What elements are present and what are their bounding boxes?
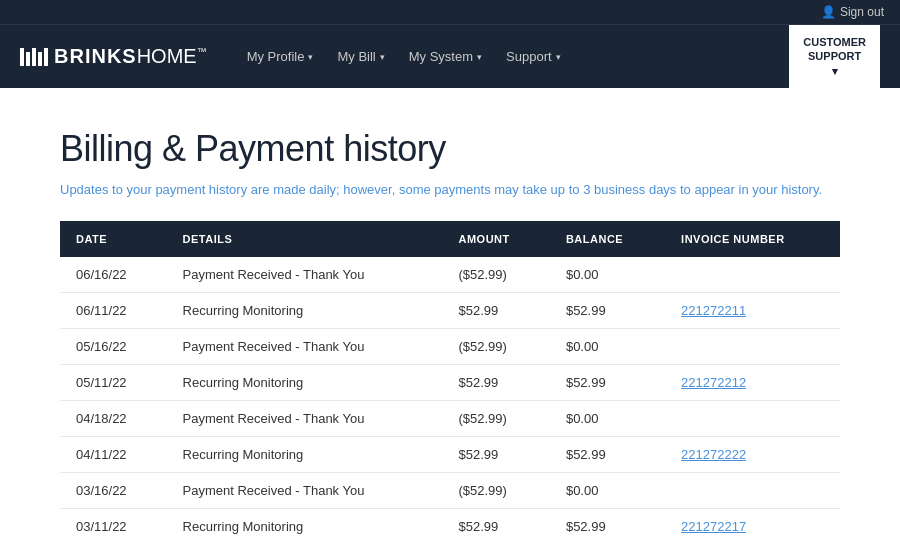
cell-balance: $0.00 [550,401,665,437]
cell-invoice [665,401,840,437]
main-content: Billing & Payment history Updates to you… [0,88,900,550]
col-amount: AMOUNT [442,221,549,257]
logo-home: HOME™ [137,45,207,68]
chevron-down-icon: ▾ [477,52,482,62]
table-row: 04/11/22Recurring Monitoring$52.99$52.99… [60,437,840,473]
nav-my-bill[interactable]: My Bill ▾ [327,41,394,72]
customer-support-line1: CUSTOMER [803,35,866,49]
cell-amount: $52.99 [442,509,549,545]
cell-details: Recurring Monitoring [167,293,443,329]
cell-balance: $52.99 [550,293,665,329]
sign-out-button[interactable]: 👤 Sign out [821,5,884,19]
cell-date: 04/11/22 [60,437,167,473]
logo-bar-4 [38,52,42,66]
table-row: 03/11/22Recurring Monitoring$52.99$52.99… [60,509,840,545]
cell-date: 06/11/22 [60,293,167,329]
table-row: 03/16/22Payment Received - Thank You($52… [60,473,840,509]
cell-details: Payment Received - Thank You [167,401,443,437]
logo-brand: BRINKS [54,45,137,68]
cell-invoice [665,257,840,293]
cell-amount: ($52.99) [442,329,549,365]
table-row: 06/16/22Payment Received - Thank You($52… [60,257,840,293]
invoice-link[interactable]: 221272217 [681,519,746,534]
cell-date: 06/16/22 [60,257,167,293]
cell-date: 04/18/22 [60,401,167,437]
invoice-link[interactable]: 221272211 [681,303,746,318]
chevron-down-icon: ▾ [380,52,385,62]
cell-details: Payment Received - Thank You [167,257,443,293]
cell-invoice[interactable]: 221272212 [665,365,840,401]
col-balance: BALANCE [550,221,665,257]
cell-invoice[interactable]: 221272217 [665,509,840,545]
logo-bar-3 [32,48,36,66]
cell-details: Recurring Monitoring [167,437,443,473]
cell-date: 03/16/22 [60,473,167,509]
customer-support-button[interactable]: CUSTOMER SUPPORT ▾ [789,25,880,89]
sign-out-label: Sign out [840,5,884,19]
cell-amount: ($52.99) [442,257,549,293]
logo-bar-2 [26,52,30,66]
cell-date: 03/11/22 [60,509,167,545]
user-icon: 👤 [821,5,836,19]
cell-details: Payment Received - Thank You [167,329,443,365]
page-title: Billing & Payment history [60,128,840,170]
main-nav: My Profile ▾ My Bill ▾ My System ▾ Suppo… [237,41,790,72]
col-invoice: INVOICE NUMBER [665,221,840,257]
invoice-link[interactable]: 221272212 [681,375,746,390]
col-details: DETAILS [167,221,443,257]
logo-bar-5 [44,48,48,66]
cell-invoice [665,329,840,365]
table-header: DATE DETAILS AMOUNT BALANCE INVOICE NUMB… [60,221,840,257]
table-row: 05/11/22Recurring Monitoring$52.99$52.99… [60,365,840,401]
table-header-row: DATE DETAILS AMOUNT BALANCE INVOICE NUMB… [60,221,840,257]
cell-amount: $52.99 [442,365,549,401]
table-row: 06/11/22Recurring Monitoring$52.99$52.99… [60,293,840,329]
cell-balance: $52.99 [550,509,665,545]
logo[interactable]: BRINKS HOME™ [20,45,207,68]
cell-balance: $0.00 [550,329,665,365]
cell-details: Payment Received - Thank You [167,473,443,509]
top-bar: 👤 Sign out [0,0,900,24]
header: BRINKS HOME™ My Profile ▾ My Bill ▾ My S… [0,24,900,88]
chevron-down-icon: ▾ [832,64,838,78]
billing-table: DATE DETAILS AMOUNT BALANCE INVOICE NUMB… [60,221,840,544]
logo-bar-1 [20,48,24,66]
cell-date: 05/11/22 [60,365,167,401]
cell-amount: ($52.99) [442,473,549,509]
table-body: 06/16/22Payment Received - Thank You($52… [60,257,840,544]
nav-my-system[interactable]: My System ▾ [399,41,492,72]
cell-balance: $0.00 [550,473,665,509]
table-row: 05/16/22Payment Received - Thank You($52… [60,329,840,365]
cell-balance: $52.99 [550,437,665,473]
cell-details: Recurring Monitoring [167,365,443,401]
cell-amount: ($52.99) [442,401,549,437]
nav-support[interactable]: Support ▾ [496,41,571,72]
chevron-down-icon: ▾ [308,52,313,62]
col-date: DATE [60,221,167,257]
cell-invoice [665,473,840,509]
cell-date: 05/16/22 [60,329,167,365]
cell-invoice[interactable]: 221272222 [665,437,840,473]
nav-my-profile[interactable]: My Profile ▾ [237,41,324,72]
chevron-down-icon: ▾ [556,52,561,62]
cell-balance: $0.00 [550,257,665,293]
cell-amount: $52.99 [442,293,549,329]
logo-bars-icon [20,48,48,66]
invoice-link[interactable]: 221272222 [681,447,746,462]
customer-support-line2: SUPPORT [808,49,861,63]
cell-invoice[interactable]: 221272211 [665,293,840,329]
cell-details: Recurring Monitoring [167,509,443,545]
page-subtitle: Updates to your payment history are made… [60,182,840,197]
table-row: 04/18/22Payment Received - Thank You($52… [60,401,840,437]
cell-balance: $52.99 [550,365,665,401]
logo-tm: ™ [197,46,207,57]
cell-amount: $52.99 [442,437,549,473]
